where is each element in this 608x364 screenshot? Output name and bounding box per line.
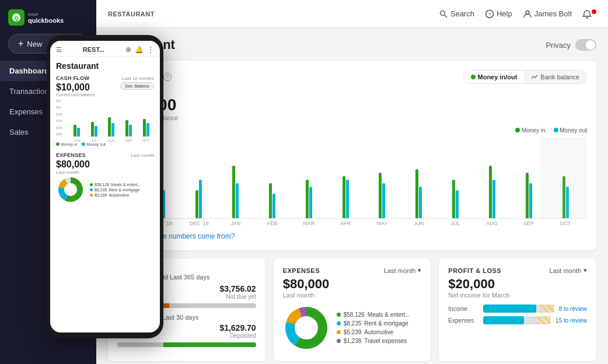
toggle-knob [586,40,595,50]
invoice-deposited: $1,629.70 Deposited [219,323,256,339]
svg-text:?: ? [488,12,491,18]
tab-money-inout[interactable]: Money in/out [464,71,525,83]
income-review-link[interactable]: 8 to review [559,306,587,312]
phone-bar-group [138,119,154,136]
phone-legend-out-dot [82,142,85,146]
x-label: DEC '18 [181,219,218,226]
x-label: AUG [474,219,511,226]
expenses-amount: $80,000 [283,276,422,292]
money-in-bar [489,166,492,218]
invoices-paid-period: Last 30 days [162,314,198,321]
cashflow-subtitle: Last 12 months [117,85,587,92]
cashflow-info-icon[interactable]: ? [163,73,172,81]
phone-cashflow-amount: $10,000 [56,82,95,93]
notification-bell[interactable] [582,9,596,19]
user-menu[interactable]: James Bolt [523,9,572,19]
expenses-amount-label: Last month [283,292,422,299]
bar-group [401,169,436,218]
pl-bars: Income 8 to review Expenses 15 [448,304,587,324]
phone-bar-in [143,119,146,136]
phone-bar-out [95,126,97,136]
expenses-review-link[interactable]: 15 to review [555,317,587,324]
sidebar-logo: Q intuit quickbooks [0,0,96,32]
expenses-period-select[interactable]: Last month ▾ [384,267,421,274]
x-axis-labels: NOV '18DEC '18JANFEBMARAPRMAYJUNJULAUGSE… [141,219,587,226]
x-label: JUN [400,219,437,226]
pl-expenses-row: Expenses 15 to review [448,316,587,324]
sidebar-brand-text: intuit quickbooks [28,12,64,24]
help-button[interactable]: ? Help [485,9,512,19]
phone-company-title: REST... [83,46,104,53]
pl-income-row: Income 8 to review [448,304,587,313]
phone-bar-group [86,122,103,136]
money-out-bar [529,183,532,218]
phone-bar-in [108,117,111,136]
cashflow-amount-label: Current cash balance [117,114,587,121]
plus-icon: + [18,38,23,49]
svg-text:Q: Q [14,15,18,21]
donut-svg [283,304,330,351]
expenses-card: EXPENSES Last month ▾ $80,000 Last month [274,258,431,361]
money-in-bar [269,183,272,218]
phone-menu-icon[interactable]: ⋮ [147,46,154,54]
phone-topbar: ☰ REST... ⊕ 🔔 ⋮ [50,41,160,57]
not-deposited-bar [117,342,163,347]
phone-icons: ⊕ 🔔 ⋮ [125,46,154,54]
money-out-bar [346,180,349,218]
phone-hamburger-icon[interactable]: ☰ [56,46,62,54]
bar-group [328,176,364,218]
user-icon [523,9,532,19]
phone-chart [69,102,154,136]
legend-in-dot [515,128,520,132]
phone-restaurant-title: Restaurant [56,61,154,71]
topbar-actions: Search ? Help James Bolt [439,9,596,19]
phone-x-label: SEP [121,139,137,142]
phone-cashflow-sub: Last 12 months [122,76,154,81]
money-out-bar [456,190,459,218]
phone-donut-row: $58,126 Meals & entert... $8,235 Rent & … [56,175,154,204]
pl-title: PROFIT & LOSS [448,267,501,274]
phone-cashflow-label: Current cash balance [56,93,95,97]
phone-x-label: OCT [138,139,154,142]
deposited-bar [163,342,256,347]
phone-balance-btn[interactable]: See: Balance [120,82,154,90]
phone-bell-icon[interactable]: 🔔 [135,46,144,54]
money-out-bar [419,187,422,218]
main-area: RESTAURANT Search ? Help James Bolt Rest… [96,0,608,364]
bars-area [141,137,587,219]
cashflow-amount: $44,100 [117,96,587,114]
income-stripe [540,304,554,313]
pl-income-bar [483,304,554,313]
privacy-toggle[interactable]: Privacy [546,39,596,51]
money-out-bar [492,180,495,218]
phone-bar-out [146,123,149,136]
phone-x-label: AUG [103,139,120,142]
pl-period-select[interactable]: Last month ▾ [550,267,587,274]
expenses-title: EXPENSES [283,267,320,274]
bar-group [474,166,510,218]
tab-bank-balance[interactable]: Bank balance [524,71,586,83]
bell-icon [582,9,592,19]
notdue-bar [169,303,256,308]
svg-point-17 [65,184,76,195]
svg-point-12 [296,317,317,338]
money-out-bar [236,183,239,218]
phone-expenses-title: EXPENSES [56,152,86,158]
money-in-bar [195,190,198,218]
chart-grid: $25K $20K $15K $10K $5K 0 NOV '18DEC '18… [117,137,587,226]
bar-group [291,180,327,218]
cashflow-tab-group: Money in/out Bank balance [463,70,588,84]
phone-bar-in [125,120,128,136]
privacy-switch[interactable] [575,39,596,51]
money-in-bar [343,176,345,218]
phone-add-icon[interactable]: ⊕ [125,46,131,54]
phone-donut [56,175,85,204]
phone-exp-dot-rent [90,188,93,191]
legend-out-dot [554,128,558,132]
exp-dot-meals [337,313,341,317]
search-button[interactable]: Search [439,9,474,19]
phone-bar-in [91,122,94,136]
x-label: OCT [547,219,583,226]
exp-dot-auto [337,330,341,334]
invoice-notdue: $3,756.02 Not due yet [219,284,256,300]
